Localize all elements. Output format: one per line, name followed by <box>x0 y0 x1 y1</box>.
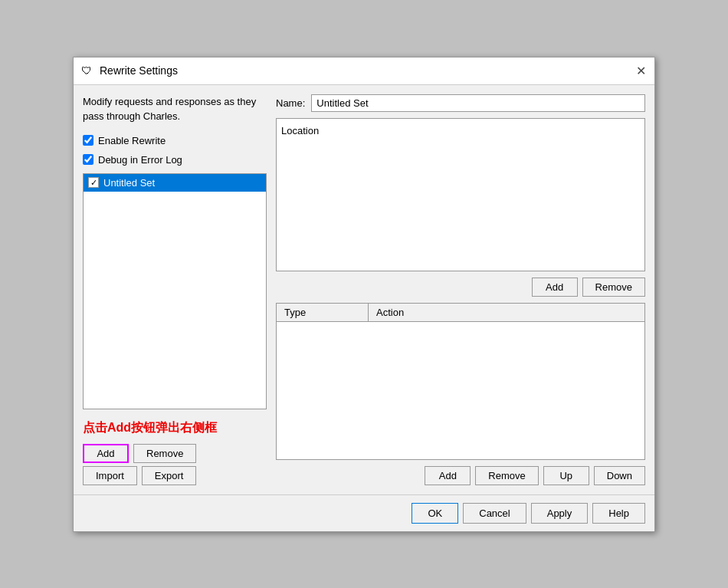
bottom-rule-buttons: Add Remove Up Down <box>276 466 645 485</box>
dialog-footer: OK Cancel Apply Help <box>74 494 654 531</box>
name-label: Name: <box>276 97 305 109</box>
description-text: Modify requests and responses as they pa… <box>83 94 267 124</box>
dialog-title: Rewrite Settings <box>100 64 178 77</box>
help-button[interactable]: Help <box>592 503 645 524</box>
dialog-body: Modify requests and responses as they pa… <box>74 85 654 494</box>
mid-buttons: Add Remove <box>276 278 645 297</box>
location-remove-button[interactable]: Remove <box>582 278 645 297</box>
left-add-button[interactable]: Add <box>83 444 129 463</box>
add-remove-row: Add Remove <box>83 444 267 463</box>
title-bar: 🛡 Rewrite Settings ✕ <box>74 57 654 85</box>
import-export-row: Import Export <box>83 466 267 485</box>
title-bar-left: 🛡 Rewrite Settings <box>80 64 178 77</box>
action-column-header: Action <box>369 304 644 321</box>
enable-rewrite-row: Enable Rewrite <box>83 135 267 146</box>
close-button[interactable]: ✕ <box>633 63 648 78</box>
enable-rewrite-checkbox[interactable] <box>83 135 93 146</box>
table-header: Type Action <box>277 304 644 322</box>
list-item[interactable]: Untitled Set <box>84 174 266 192</box>
rule-remove-button[interactable]: Remove <box>475 466 538 485</box>
rewrite-settings-dialog: 🛡 Rewrite Settings ✕ Modify requests and… <box>73 57 655 532</box>
annotation-text: 点击Add按钮弹出右侧框 <box>83 420 267 436</box>
app-icon: 🛡 <box>80 64 93 77</box>
location-box: Location <box>276 118 645 271</box>
cancel-button[interactable]: Cancel <box>463 503 526 524</box>
location-add-button[interactable]: Add <box>532 278 578 297</box>
name-input[interactable] <box>311 94 645 112</box>
rule-down-button[interactable]: Down <box>594 466 645 485</box>
left-buttons: Add Remove Import Export <box>83 444 267 485</box>
item-label: Untitled Set <box>103 177 155 189</box>
rule-up-button[interactable]: Up <box>543 466 589 485</box>
ok-button[interactable]: OK <box>412 503 458 524</box>
left-remove-button[interactable]: Remove <box>133 444 196 463</box>
debug-error-log-label: Debug in Error Log <box>98 154 182 166</box>
sets-list[interactable]: Untitled Set <box>83 173 267 409</box>
left-import-button[interactable]: Import <box>83 466 137 485</box>
rules-table: Type Action <box>276 303 645 460</box>
apply-button[interactable]: Apply <box>531 503 589 524</box>
left-panel: Modify requests and responses as they pa… <box>83 94 267 485</box>
enable-rewrite-label: Enable Rewrite <box>98 135 166 146</box>
name-row: Name: <box>276 94 645 112</box>
location-header: Location <box>281 123 640 138</box>
item-checkbox <box>88 177 99 188</box>
debug-error-log-checkbox[interactable] <box>83 154 93 165</box>
type-column-header: Type <box>277 304 369 321</box>
table-body <box>277 322 644 429</box>
debug-error-log-row: Debug in Error Log <box>83 154 267 166</box>
left-export-button[interactable]: Export <box>142 466 197 485</box>
right-panel: Name: Location Add Remove Type Action <box>276 94 645 485</box>
rule-add-button[interactable]: Add <box>425 466 471 485</box>
